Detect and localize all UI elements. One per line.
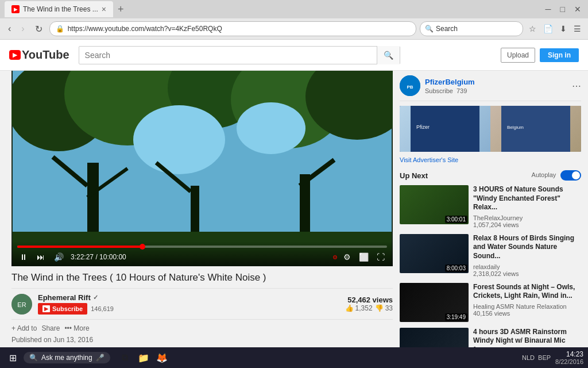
reading-button[interactable]: 📄: [541, 23, 555, 34]
like-button[interactable]: 👍 1,352: [345, 304, 373, 312]
visit-advertiser-link[interactable]: Visit Advertiser's Site: [400, 156, 581, 163]
autoplay-label: Autoplay: [532, 171, 556, 178]
back-button[interactable]: ‹: [5, 21, 14, 36]
channel-avatar[interactable]: ER: [11, 294, 32, 315]
svg-text:PB: PB: [407, 85, 413, 90]
browser-chrome: ▶ The Wind in the Trees ... × + ─ □ ✕ ‹ …: [0, 0, 588, 40]
youtube-logo-text: YouTube: [22, 48, 69, 62]
youtube-header: ▶ YouTube 🔍 Upload Sign in: [0, 40, 588, 71]
signin-button[interactable]: Sign in: [540, 48, 579, 62]
dislike-button[interactable]: 👎 33: [375, 304, 393, 312]
total-time: 10:00:00: [99, 253, 126, 261]
taskbar-search[interactable]: 🔍 Ask me anything 🎤: [24, 352, 110, 363]
sidebar-channel-more[interactable]: ⋯: [572, 80, 581, 91]
subscriber-count: 146,619: [91, 305, 114, 312]
forward-button[interactable]: ›: [18, 21, 28, 36]
video-thumbnail: 3:19:49: [400, 283, 469, 322]
taskbar-microphone-icon[interactable]: 🎤: [96, 354, 105, 362]
publish-date: Published on Jun 13, 2016: [11, 336, 393, 344]
video-thumbnail: 8:00:03: [400, 234, 469, 273]
sidebar-channel-card: PB PfizerBelgium Subscribe 739 ⋯: [400, 75, 581, 101]
settings-button[interactable]: ⚙: [341, 251, 353, 263]
video-player[interactable]: ⏸ ⏭ 🔊 3:22:27 / 10:00:00 ⚙ ⚙ ⬜ ⛶: [11, 71, 393, 266]
video-card-channel: relaxdaily: [473, 263, 581, 270]
ctrl-right: ⚙ ⚙ ⬜ ⛶: [332, 251, 387, 263]
refresh-button[interactable]: ↻: [32, 21, 46, 37]
sidebar-channel-sub-label: Subscribe: [425, 87, 453, 94]
taskbar-sys-icons: NLD BEP: [522, 354, 551, 361]
progress-dot: [140, 244, 145, 250]
subscribe-button[interactable]: ▶ Subscribe: [38, 303, 87, 315]
video-card-info: 3 HOURS of Nature Sounds "Windy Enchante…: [473, 185, 581, 228]
download-button[interactable]: ⬇: [558, 23, 569, 34]
taskbar-search-icon: 🔍: [29, 354, 38, 362]
start-button[interactable]: ⊞: [5, 350, 21, 366]
maximize-button[interactable]: □: [558, 3, 567, 15]
video-title: The Wind in the Trees ( 10 Hours of Natu…: [11, 272, 393, 283]
settings-button[interactable]: ☰: [571, 23, 583, 34]
browser-search-text: Search: [436, 25, 518, 33]
autoplay-control: Autoplay: [532, 170, 581, 181]
taskbar-browser[interactable]: 🦊: [154, 350, 170, 366]
recommended-video-card[interactable]: 3:19:49 Forest Sounds at Night – Owls, C…: [400, 283, 581, 322]
sidebar-channel-avatar: PB: [400, 75, 420, 96]
svg-text:Pfizer: Pfizer: [416, 124, 430, 130]
tab-bar: ▶ The Wind in the Trees ... × + ─ □ ✕: [0, 0, 588, 18]
more-button[interactable]: ••• More: [64, 324, 89, 332]
progress-bar[interactable]: [17, 246, 387, 248]
recommended-video-card[interactable]: 3:00:01 3 HOURS of Nature Sounds "Windy …: [400, 185, 581, 228]
svg-point-8: [237, 102, 305, 154]
share-button[interactable]: Share: [41, 324, 60, 332]
video-card-info: Relax 8 Hours of Birds Singing and Water…: [473, 234, 581, 277]
miniplayer-button[interactable]: ⬜: [357, 251, 371, 263]
autoplay-toggle[interactable]: [560, 170, 581, 181]
taskbar-apps: ⧉ 📁 🦊: [117, 350, 170, 366]
video-card-views: 2,318,022 views: [473, 270, 581, 277]
minimize-button[interactable]: ─: [543, 3, 554, 15]
taskbar-file-explorer[interactable]: 📁: [136, 350, 152, 366]
video-card-channel: Healing ASMR Nature Relaxation: [473, 303, 581, 310]
browser-tab[interactable]: ▶ The Wind in the Trees ... ×: [5, 1, 113, 17]
recommended-video-card[interactable]: 8:00:03 Relax 8 Hours of Birds Singing a…: [400, 234, 581, 277]
bookmark-button[interactable]: ☆: [527, 23, 539, 34]
video-card-channel: TheRelaxJourney: [473, 214, 581, 221]
views-count: 52,462 views: [345, 296, 393, 304]
video-card-views: 1,057,204 views: [473, 221, 581, 228]
like-dislike: 👍 1,352 👎 33: [345, 304, 393, 312]
pause-button[interactable]: ⏸: [17, 251, 30, 263]
channel-name[interactable]: Ephemeral Rift ✓: [38, 293, 339, 302]
time-display: 3:22:27 / 10:00:00: [71, 253, 126, 261]
volume-button[interactable]: 🔊: [52, 251, 66, 263]
video-controls: ⏸ ⏭ 🔊 3:22:27 / 10:00:00 ⚙ ⚙ ⬜ ⛶: [11, 241, 393, 266]
ad-image-left: Pfizer: [400, 106, 490, 152]
youtube-search-bar[interactable]: 🔍: [79, 46, 400, 64]
video-card-info: Forest Sounds at Night – Owls, Crickets,…: [473, 283, 581, 322]
taskbar: ⊞ 🔍 Ask me anything 🎤 ⧉ 📁 🦊 NLD BEP 14:2…: [0, 347, 588, 368]
fullscreen-button[interactable]: ⛶: [374, 251, 387, 263]
video-card-title: Forest Sounds at Night – Owls, Crickets,…: [473, 283, 581, 301]
browser-search-bar[interactable]: 🔍 Search: [420, 21, 523, 36]
close-window-button[interactable]: ✕: [572, 3, 583, 15]
sidebar-channel-info: PfizerBelgium Subscribe 739: [425, 78, 567, 94]
taskbar-task-view[interactable]: ⧉: [117, 350, 133, 366]
upload-button[interactable]: Upload: [501, 48, 535, 63]
tab-favicon: ▶: [11, 5, 20, 13]
add-to-button[interactable]: + Add to: [11, 324, 37, 332]
svg-text:ER: ER: [17, 301, 26, 308]
tab-close-button[interactable]: ×: [102, 5, 106, 14]
video-actions: + Add to Share ••• More: [11, 324, 393, 332]
youtube-logo[interactable]: ▶ YouTube: [9, 48, 69, 62]
youtube-search-input[interactable]: [79, 51, 377, 60]
taskbar-date: 8/22/2016: [555, 358, 583, 365]
tab-title: The Wind in the Trees ...: [23, 5, 98, 13]
sidebar-channel-name[interactable]: PfizerBelgium: [425, 78, 567, 86]
new-tab-button[interactable]: +: [113, 3, 129, 16]
youtube-content: ⏸ ⏭ 🔊 3:22:27 / 10:00:00 ⚙ ⚙ ⬜ ⛶: [0, 71, 588, 368]
next-button[interactable]: ⏭: [34, 251, 47, 263]
record-icon: ⚙: [332, 254, 338, 260]
taskbar-right: NLD BEP 14:23 8/22/2016: [522, 350, 583, 365]
address-bar[interactable]: 🔒 https://www.youtube.com/watch?v=4KzFe5…: [49, 21, 416, 36]
advertiser-banner[interactable]: Pfizer Belgium: [400, 106, 581, 152]
youtube-search-button[interactable]: 🔍: [377, 46, 400, 64]
youtube-logo-icon: ▶: [9, 50, 21, 60]
